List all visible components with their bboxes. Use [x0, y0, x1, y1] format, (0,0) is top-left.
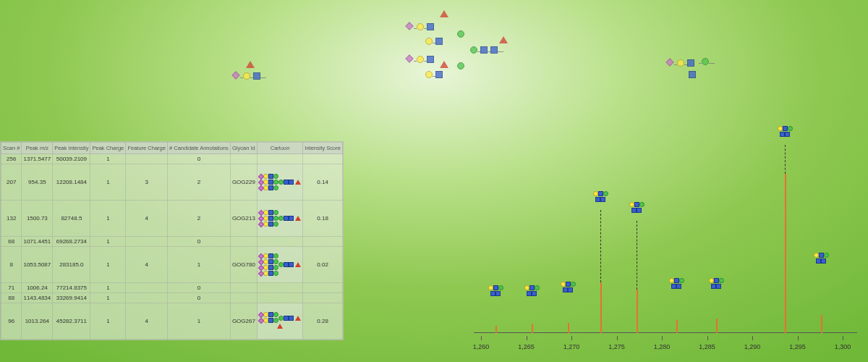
- peak-annotation: [763, 126, 807, 138]
- col-header[interactable]: Cartoon: [257, 143, 302, 154]
- col-header[interactable]: Scan #: [1, 143, 22, 154]
- cell: 45282.3711: [53, 303, 90, 340]
- cell: 82748.5: [53, 201, 90, 237]
- table-row[interactable]: 81053.5087283185.0141GOG780 0.02: [1, 247, 343, 283]
- cell: 1: [90, 237, 126, 247]
- peak-annotation: [615, 202, 658, 214]
- cell: 1: [90, 247, 126, 283]
- cell: 68: [1, 237, 22, 247]
- score-cell: [303, 293, 343, 303]
- cell: 1371.5477: [22, 154, 53, 164]
- cell: 4: [126, 303, 168, 340]
- cartoon-cell: [257, 154, 302, 164]
- cell: 1053.5087: [22, 247, 53, 283]
- cell: 1006.24: [22, 283, 53, 293]
- cell: GOG213: [230, 201, 257, 237]
- cell: 1: [90, 201, 126, 237]
- cell: 2: [167, 201, 230, 237]
- cell: [230, 237, 257, 247]
- col-header[interactable]: Glycan Id: [230, 143, 257, 154]
- col-header[interactable]: Peak Charge: [90, 143, 126, 154]
- cell: 1143.4834: [22, 293, 53, 303]
- spectrum-peak[interactable]: [676, 320, 678, 333]
- cartoon-cell: [257, 303, 302, 340]
- table-row[interactable]: 881143.483433269.941410: [1, 293, 343, 303]
- col-header[interactable]: Peak Intensity: [53, 143, 90, 154]
- tick-label: 1,280: [654, 343, 671, 350]
- peak-annotation: [546, 282, 590, 293]
- cell: [230, 293, 257, 303]
- cell: 256: [1, 154, 22, 164]
- cell: 1071.4451: [22, 237, 53, 247]
- table-row[interactable]: 711006.2477214.837510: [1, 283, 343, 293]
- spectrum-peak[interactable]: [568, 323, 569, 333]
- tick-label: 1,270: [563, 343, 580, 350]
- col-header[interactable]: Intensity Score: [303, 143, 343, 154]
- spectrum-peak[interactable]: [637, 290, 638, 333]
- tick-label: 1,295: [789, 343, 806, 350]
- cell: 1013.264: [22, 303, 53, 340]
- mass-spectrum[interactable]: 1,2601,2651,2701,2751,2801,2851,2901,295…: [474, 130, 857, 355]
- table-row[interactable]: 1321500.7382748.5142GOG213 0.18: [1, 201, 343, 237]
- tick-label: 1,285: [699, 343, 715, 350]
- spectrum-peak[interactable]: [785, 174, 786, 333]
- cell: 50039.2109: [53, 154, 90, 164]
- cell: 132: [1, 201, 22, 237]
- results-table-panel: Scan #Peak m/zPeak IntensityPeak ChargeF…: [0, 141, 344, 340]
- table-row[interactable]: 681071.445169268.273410: [1, 237, 343, 247]
- cartoon-cell: [257, 201, 302, 237]
- cell: 4: [126, 247, 168, 283]
- spectrum-peak[interactable]: [532, 324, 533, 333]
- peak-annotation: [579, 191, 622, 203]
- cell: GOG780: [230, 247, 257, 283]
- table-row[interactable]: 961013.26445282.3711141GOG267 0.28: [1, 303, 343, 340]
- col-header[interactable]: # Candidate Annotations: [167, 143, 230, 154]
- cell: 96: [1, 303, 22, 340]
- table-row[interactable]: 2561371.547750039.210910: [1, 154, 343, 164]
- cell: 1: [90, 154, 126, 164]
- cell: 0: [167, 154, 230, 164]
- cell: 1: [90, 293, 126, 303]
- tick-label: 1,265: [518, 343, 535, 350]
- spectrum-peak[interactable]: [821, 315, 822, 333]
- cartoon-cell: [257, 293, 302, 303]
- cell: 71: [1, 283, 22, 293]
- cell: 0: [167, 237, 230, 247]
- cell: [126, 237, 168, 247]
- cell: 33269.9414: [53, 293, 90, 303]
- cell: 207: [1, 164, 22, 201]
- floating-glycan-large: [405, 14, 521, 87]
- cell: 8: [1, 247, 22, 283]
- cell: [126, 283, 168, 293]
- cartoon-cell: [257, 247, 302, 283]
- cell: 2: [167, 164, 230, 201]
- spectrum-peak[interactable]: [716, 319, 718, 333]
- cell: 1: [167, 303, 230, 340]
- cell: 1: [90, 303, 126, 340]
- spectrum-peak[interactable]: [600, 282, 602, 333]
- cell: [126, 293, 168, 303]
- floating-glycan-right: [665, 58, 731, 87]
- cell: 69268.2734: [53, 237, 90, 247]
- col-header[interactable]: Peak m/z: [22, 143, 53, 154]
- tick-label: 1,275: [608, 343, 625, 350]
- floating-glycan-small: [231, 71, 266, 81]
- cartoon-cell: [257, 283, 302, 293]
- tick-label: 1,260: [473, 343, 490, 350]
- table-row[interactable]: 207954.3512208.1484132GOG229 0.14: [1, 164, 343, 201]
- cell: GOG229: [230, 164, 257, 201]
- score-cell: 0.28: [303, 303, 343, 340]
- cell: GOG267: [230, 303, 257, 340]
- score-cell: 0.18: [303, 201, 343, 237]
- results-table[interactable]: Scan #Peak m/zPeak IntensityPeak ChargeF…: [1, 142, 343, 340]
- spectrum-peak[interactable]: [495, 326, 497, 333]
- col-header[interactable]: Feature Charge: [126, 143, 168, 154]
- score-cell: [303, 283, 343, 293]
- cell: 1500.73: [22, 201, 53, 237]
- score-cell: [303, 154, 343, 164]
- tick-label: 1,290: [744, 343, 761, 350]
- peak-annotation: [694, 278, 738, 290]
- score-cell: 0.14: [303, 164, 343, 201]
- peak-annotation: [655, 278, 698, 290]
- cell: 1: [90, 283, 126, 293]
